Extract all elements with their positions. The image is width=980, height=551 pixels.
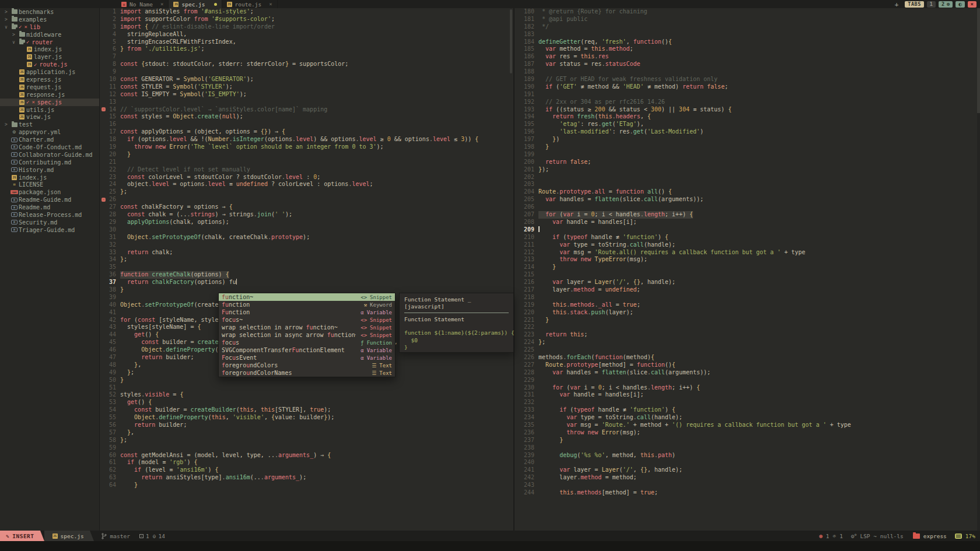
code-line[interactable]: 230 for (var i = 0; i < handles.length; …	[514, 384, 980, 392]
code-line[interactable]: 60const getModelAnsi = (model, level, ty…	[100, 452, 513, 459]
code-line[interactable]: 12const IS_EMPTY = Symbol('IS_EMPTY');	[100, 91, 513, 99]
completion-item[interactable]: FunctionαVariable	[219, 308, 395, 316]
chevron-right-icon[interactable]: >	[2, 9, 10, 15]
new-tab-button[interactable]: +	[891, 1, 902, 8]
code-line[interactable]: 10const GENERATOR = Symbol('GENERATOR');	[100, 76, 513, 83]
scrollbar-track[interactable]	[977, 8, 980, 531]
code-line[interactable]: 17const applyOptions = (object, options …	[100, 128, 513, 136]
code-line[interactable]: 13	[100, 99, 513, 106]
code-line[interactable]: 233 if (typeof handle ≢ 'function') {	[514, 406, 980, 414]
code-line[interactable]: 190 if ('GET' ≢ method && 'HEAD' ≢ metho…	[514, 83, 980, 91]
code-line[interactable]: 226methods.forEach(function(method){	[514, 354, 980, 362]
code-line[interactable]: 229	[514, 377, 980, 384]
code-line[interactable]: 242 layer.method = method;	[514, 474, 980, 482]
code-line[interactable]: 64 }	[100, 482, 513, 489]
code-line[interactable]: 210 if (typeof handle ≢ 'function') {	[514, 234, 980, 241]
chevron-right-icon[interactable]: >	[2, 17, 10, 22]
sidebar-item-spec-js[interactable]: JS✓×spec.js	[0, 99, 99, 106]
command-line[interactable]	[0, 541, 980, 551]
sidebar-item-index-js[interactable]: JSindex.js	[0, 174, 99, 181]
code-line[interactable]: 188	[514, 68, 980, 76]
sidebar-item-history-md[interactable]: MHistory.md	[0, 166, 99, 174]
code-line[interactable]: 52styles.visible = {	[100, 391, 513, 399]
code-line[interactable]: 185 var method = this.method;	[514, 45, 980, 53]
tab-spec-js[interactable]: JSspec.js	[169, 0, 222, 8]
sidebar-item-appveyor-yml[interactable]: ⚙appveyor.yml	[0, 128, 99, 136]
code-line[interactable]: 187 var status = res.statusCode	[514, 61, 980, 68]
code-line[interactable]: 199	[514, 151, 980, 159]
sidebar-item-test[interactable]: >test	[0, 121, 99, 128]
statusbar-filename[interactable]: JS spec.js	[44, 531, 90, 541]
code-line[interactable]: 206	[514, 203, 980, 211]
code-line[interactable]: 56 return builder;	[100, 422, 513, 429]
code-line[interactable]: 28 const chalk = (...strings) ⇒ strings.…	[100, 211, 513, 219]
code-line[interactable]: 50}	[100, 377, 513, 384]
code-line[interactable]: 184defineGetter(req, 'fresh', function()…	[514, 38, 980, 46]
code-line[interactable]: 235 var msg = 'Route.' + method + '() re…	[514, 422, 980, 429]
code-line[interactable]: 16	[100, 121, 513, 128]
code-line[interactable]: 54 const builder = createBuilder(this, t…	[100, 406, 513, 414]
completion-item[interactable]: foregroundColors☰Text	[219, 362, 395, 369]
code-line[interactable]: 208 var handle = handles[i];	[514, 219, 980, 226]
sidebar-item-router[interactable]: ∨✓router	[0, 38, 99, 46]
tab-group-2-badge[interactable]: 2 ⊗	[939, 1, 953, 8]
chevron-down-icon[interactable]: ∨	[2, 24, 10, 30]
code-line[interactable]: 57 },	[100, 429, 513, 437]
code-line[interactable]: 11const STYLER = Symbol('STYLER');	[100, 83, 513, 91]
sidebar-item-application-js[interactable]: JSapplication.js	[0, 68, 99, 76]
code-line[interactable]: 182 */	[514, 23, 980, 31]
code-line[interactable]: 223 return this;	[514, 331, 980, 339]
code-line[interactable]: 23 const colorLevel = stdoutColor ? stdo…	[100, 174, 513, 181]
code-line[interactable]: 205 var handles = flatten(slice.call(arg…	[514, 196, 980, 203]
completion-item[interactable]: SVGComponentTransferFunctionElementαVari…	[219, 346, 395, 354]
code-line[interactable]: 1import ansiStyles from '#ansi-styles';	[100, 8, 513, 16]
code-line[interactable]: 231 var handle = handles[i];	[514, 391, 980, 399]
sidebar-item-package-json[interactable]: npmpackage.json	[0, 188, 99, 196]
sidebar-item-collaborator-guide-md[interactable]: MCollaborator-Guide.md	[0, 151, 99, 159]
code-line[interactable]: 243	[514, 482, 980, 489]
code-line[interactable]: 220 this.stack.push(layer);	[514, 309, 980, 317]
sidebar-item-benchmarks[interactable]: >benchmarks	[0, 8, 99, 16]
code-line[interactable]: 183	[514, 31, 980, 38]
code-line[interactable]: 209	[514, 226, 980, 234]
code-line[interactable]: 62 if (level ≡ 'ansi16m') {	[100, 466, 513, 474]
code-line[interactable]: 15const styles = Object.create(null);	[100, 113, 513, 121]
code-line[interactable]: 29 applyOptions(chalk, options);	[100, 219, 513, 226]
code-line[interactable]: 237 }	[514, 437, 980, 444]
tabs-mode-badge[interactable]: TABS	[905, 1, 923, 8]
code-line[interactable]: 211 var type = toString.call(handle);	[514, 241, 980, 249]
code-line[interactable]: 189 // GET or HEAD for weak freshness va…	[514, 76, 980, 83]
sidebar-item-route-js[interactable]: JS✓route.js	[0, 61, 99, 68]
code-line[interactable]: 25};	[100, 188, 513, 196]
code-line[interactable]: 215	[514, 271, 980, 279]
circle-close-icon[interactable]: ⊗	[947, 1, 950, 7]
code-line[interactable]: 181 * @api public	[514, 16, 980, 23]
code-line[interactable]: 232	[514, 399, 980, 406]
code-line[interactable]: 5 stringEncaseCRLFWithFirstIndex,	[100, 38, 513, 46]
completion-item[interactable]: function~<>Snippet	[219, 293, 395, 301]
sidebar-item-examples[interactable]: >examples	[0, 16, 99, 23]
completion-item[interactable]: focusƒFunction	[219, 339, 395, 346]
completion-item[interactable]: wrap selection in async arrow function~<…	[219, 331, 395, 339]
editor-pane-left[interactable]: 1import ansiStyles from '#ansi-styles';2…	[99, 8, 513, 531]
code-line[interactable]: 219 this.methods._all = true;	[514, 301, 980, 309]
code-line[interactable]: 4 stringReplaceAll,	[100, 31, 513, 38]
code-line[interactable]: 216 var layer = Layer('/', {}, handle);	[514, 279, 980, 286]
code-line[interactable]: 212 var msg = 'Route.all() requires a ca…	[514, 249, 980, 257]
completion-item[interactable]: function⚒Keyword	[219, 301, 395, 308]
code-line[interactable]: 198 }	[514, 143, 980, 151]
tab-route-js[interactable]: JSroute.js×	[222, 0, 278, 8]
code-line[interactable]: 53 get() {	[100, 399, 513, 406]
code-line[interactable]: 186 var res = this.res	[514, 53, 980, 61]
code-line[interactable]: 20 }	[100, 151, 513, 159]
sidebar-item-code-of-conduct-md[interactable]: MCode-Of-Conduct.md	[0, 143, 99, 151]
code-line[interactable]: 214 }	[514, 264, 980, 271]
sidebar-item-lib[interactable]: ∨✓×lib	[0, 23, 99, 31]
code-line[interactable]: 59	[100, 444, 513, 452]
sidebar-item-request-js[interactable]: JSrequest.js	[0, 83, 99, 91]
code-line[interactable]: 238	[514, 444, 980, 452]
sidebar-item-license[interactable]: ¤LICENSE	[0, 181, 99, 188]
code-line[interactable]: 9	[100, 68, 513, 76]
code-line[interactable]: 37 return chalkFactory(options) fu	[100, 279, 513, 286]
code-line[interactable]: 55 Object.defineProperty(this, 'visible'…	[100, 414, 513, 422]
